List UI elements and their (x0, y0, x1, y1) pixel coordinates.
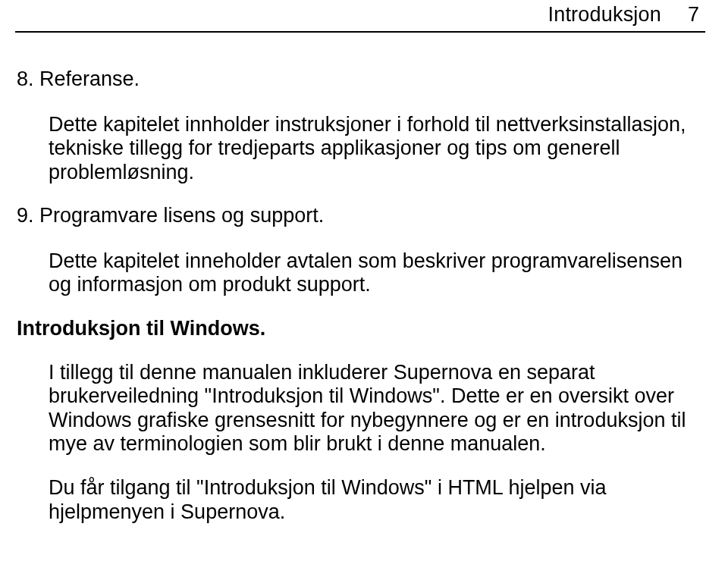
header-page-number: 7 (688, 3, 699, 27)
page-header: Introduksjon 7 (15, 0, 705, 33)
section-3-body-2: Du får tilgang til "Introduksjon til Win… (49, 476, 705, 524)
section-3-text-2: Du får tilgang til "Introduksjon til Win… (49, 476, 705, 524)
section-2-body: Dette kapitelet inneholder avtalen som b… (49, 249, 705, 297)
section-2-text: Dette kapitelet inneholder avtalen som b… (49, 249, 705, 297)
header-title: Introduksjon (548, 3, 661, 27)
section-3-text-1: I tillegg til denne manualen inkluderer … (49, 361, 705, 456)
section-1-text: Dette kapitelet innholder instruksjoner … (49, 113, 705, 185)
section-3-title: Introduksjon til Windows. (17, 317, 705, 341)
document-page: Introduksjon 7 8. Referanse. Dette kapit… (0, 0, 728, 577)
section-1-title: 8. Referanse. (17, 67, 705, 92)
section-2-title: 9. Programvare lisens og support. (17, 204, 705, 228)
section-3-body-1: I tillegg til denne manualen inkluderer … (49, 361, 705, 456)
page-content: 8. Referanse. Dette kapitelet innholder … (15, 33, 705, 524)
section-1-body: Dette kapitelet innholder instruksjoner … (49, 113, 705, 185)
